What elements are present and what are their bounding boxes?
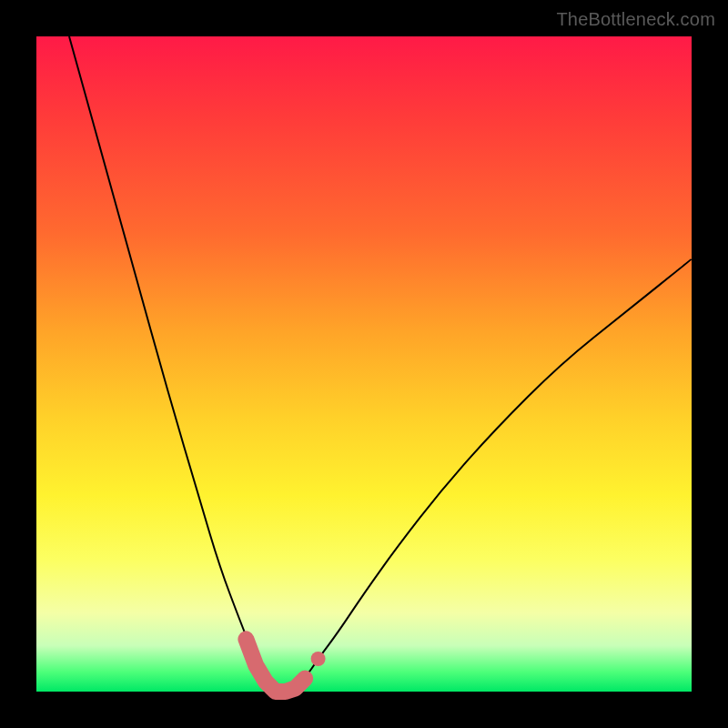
highlighted-range-dot bbox=[311, 652, 326, 666]
highlighted-range-path bbox=[246, 639, 305, 692]
plot-area bbox=[36, 36, 692, 692]
bottleneck-curve bbox=[69, 36, 692, 692]
bottleneck-curve-path bbox=[69, 36, 692, 692]
chart-svg bbox=[36, 36, 692, 692]
chart-frame: TheBottleneck.com bbox=[0, 0, 728, 728]
watermark-text: TheBottleneck.com bbox=[556, 9, 715, 30]
